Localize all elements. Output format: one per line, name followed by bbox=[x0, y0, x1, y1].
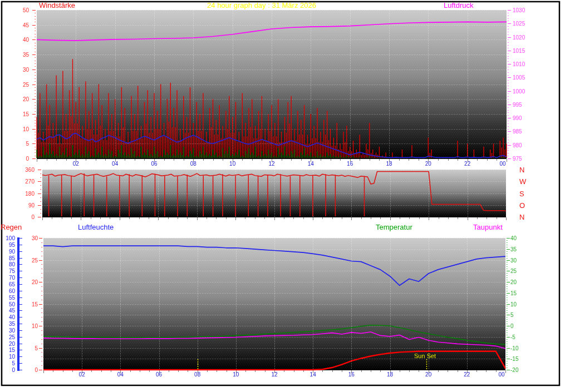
tick-label: 975 bbox=[513, 156, 522, 162]
tick-label: 02 bbox=[73, 161, 79, 167]
tick-label: -20 bbox=[510, 368, 518, 373]
tick-label: 985 bbox=[513, 129, 522, 135]
weather-graph-page: Windstärke 24 hour graph day : 31 März 2… bbox=[0, 0, 570, 392]
tick-label: 18 bbox=[386, 161, 392, 167]
tick-label: 980 bbox=[513, 143, 522, 148]
rain-title: Regen bbox=[1, 224, 22, 231]
tick-label: 180 bbox=[25, 191, 35, 197]
tick-label: 00 bbox=[499, 161, 505, 167]
tick-label: 08 bbox=[190, 161, 196, 167]
tick-label: 18 bbox=[387, 372, 393, 378]
tick-label: 1015 bbox=[513, 48, 525, 54]
tick-label: 40 bbox=[9, 315, 15, 320]
tick-label: 85 bbox=[9, 256, 15, 261]
tick-label: 70 bbox=[9, 275, 15, 281]
weather-graph-canvas bbox=[0, 0, 570, 392]
tick-label: 06 bbox=[151, 161, 157, 167]
compass-letter: O bbox=[519, 202, 525, 209]
tick-label: 02 bbox=[79, 372, 85, 378]
tick-label: -5 bbox=[510, 335, 515, 340]
temperature-title: Temperatur bbox=[376, 224, 412, 231]
tick-label: 15 bbox=[23, 112, 29, 117]
tick-label: 16 bbox=[347, 161, 353, 167]
tick-label: 5 bbox=[510, 312, 514, 318]
tick-label: -15 bbox=[510, 356, 518, 362]
tick-label: 20 bbox=[23, 97, 29, 102]
tick-label: 30 bbox=[9, 328, 15, 334]
tick-label: 16 bbox=[348, 372, 355, 378]
tick-label: 65 bbox=[9, 282, 15, 287]
sunset-label: Sun Set bbox=[414, 353, 436, 359]
tick-label: 30 bbox=[23, 67, 29, 73]
tick-label: 14 bbox=[310, 372, 316, 378]
tick-label: 55 bbox=[9, 295, 15, 301]
tick-label: 270 bbox=[25, 179, 35, 185]
tick-label: 25 bbox=[9, 335, 15, 340]
page-title: 24 hour graph day : 31 März 2026 bbox=[207, 2, 316, 9]
tick-label: 35 bbox=[510, 247, 517, 252]
tick-label: 90 bbox=[9, 249, 15, 255]
tick-label: 20 bbox=[425, 372, 431, 378]
tick-label: 45 bbox=[23, 23, 29, 28]
tick-label: 5 bbox=[35, 346, 38, 351]
compass-letter: W bbox=[519, 178, 526, 185]
tick-label: 40 bbox=[510, 236, 517, 241]
tick-label: 1025 bbox=[513, 21, 525, 27]
tick-label: 10 bbox=[32, 324, 38, 329]
tick-label: 04 bbox=[112, 161, 118, 167]
tick-label: 40 bbox=[23, 37, 29, 43]
tick-label: 20 bbox=[32, 280, 38, 285]
tick-label: 06 bbox=[156, 372, 162, 378]
tick-label: 1000 bbox=[513, 89, 525, 95]
tick-label: 10 bbox=[233, 372, 239, 378]
tick-label: 80 bbox=[9, 262, 15, 267]
tick-label: 1010 bbox=[513, 62, 525, 67]
tick-label: 5 bbox=[26, 141, 29, 147]
tick-label: 0 bbox=[510, 324, 514, 329]
tick-label: 12 bbox=[271, 372, 277, 378]
tick-label: 22 bbox=[464, 372, 470, 378]
pressure-title: Luftdruck bbox=[444, 2, 473, 9]
tick-label: 12 bbox=[268, 161, 274, 167]
tick-label: 10 bbox=[510, 302, 517, 307]
tick-label: 0 bbox=[12, 368, 15, 373]
tick-label: 0 bbox=[31, 215, 35, 220]
tick-label: 10 bbox=[229, 161, 235, 167]
tick-label: 35 bbox=[9, 321, 15, 327]
tick-label: 0 bbox=[35, 368, 38, 373]
tick-label: -10 bbox=[510, 346, 518, 351]
tick-label: 00 bbox=[498, 372, 504, 378]
tick-label: 35 bbox=[23, 52, 29, 58]
dewpoint-title: Taupunkt bbox=[473, 224, 503, 231]
tick-label: 08 bbox=[194, 372, 200, 378]
tick-label: 1005 bbox=[513, 75, 525, 81]
tick-label: 15 bbox=[510, 291, 517, 296]
tick-label: 15 bbox=[9, 348, 15, 353]
tick-label: 50 bbox=[23, 8, 29, 13]
compass-letter: N bbox=[519, 214, 524, 221]
tick-label: 25 bbox=[23, 82, 29, 88]
tick-label: 90 bbox=[28, 203, 35, 209]
tick-label: 0 bbox=[26, 156, 29, 162]
tick-label: 990 bbox=[513, 116, 522, 121]
tick-label: 100 bbox=[6, 236, 15, 241]
wind-strength-title: Windstärke bbox=[39, 2, 75, 9]
tick-label: 995 bbox=[513, 102, 522, 108]
tick-label: 20 bbox=[9, 341, 15, 347]
tick-label: 45 bbox=[9, 308, 15, 314]
compass-letter: N bbox=[519, 166, 524, 173]
tick-label: 1020 bbox=[513, 35, 525, 41]
tick-label: 75 bbox=[9, 269, 15, 274]
tick-label: 1030 bbox=[513, 8, 525, 13]
tick-label: 20 bbox=[510, 280, 517, 285]
humidity-title: Luftfeuchte bbox=[78, 224, 114, 231]
tick-label: 20 bbox=[425, 161, 431, 167]
tick-label: 360 bbox=[25, 167, 35, 173]
tick-label: 14 bbox=[308, 161, 314, 167]
tick-label: 60 bbox=[9, 289, 15, 294]
tick-label: 10 bbox=[23, 127, 29, 132]
tick-label: 22 bbox=[464, 161, 470, 167]
tick-label: 95 bbox=[9, 242, 15, 248]
compass-letter: S bbox=[519, 190, 524, 197]
tick-label: 04 bbox=[117, 372, 124, 378]
